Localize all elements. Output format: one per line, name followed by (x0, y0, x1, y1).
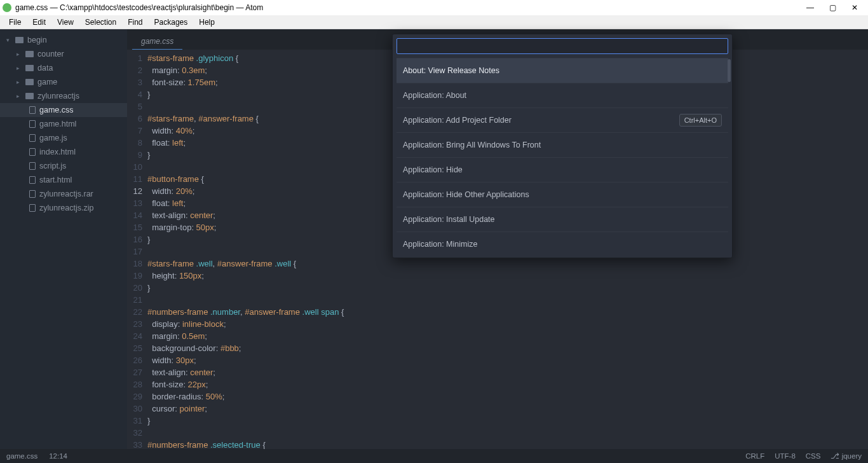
command-palette-item[interactable]: Application: Bring All Windows To Front (397, 132, 728, 157)
chevron-down-icon: ▾ (6, 37, 11, 43)
tree-file[interactable]: zylunreactjs.rar (0, 187, 127, 201)
command-palette-item-label: Application: About (403, 91, 466, 100)
tree-view[interactable]: ▾ begin ▸counter ▸data ▸game ▸zylunreact… (0, 29, 127, 449)
command-palette-item[interactable]: About: View Release Notes (397, 58, 728, 83)
tree-file-label: index.html (39, 148, 76, 156)
tree-file-label: game.css (39, 106, 74, 114)
command-palette-item[interactable]: Application: Minimize (397, 232, 728, 256)
tree-file-label: game.html (39, 120, 76, 128)
command-palette-item-label: Application: Minimize (403, 240, 477, 249)
tree-folder[interactable]: ▸counter (0, 47, 127, 61)
status-grammar[interactable]: CSS (806, 452, 821, 460)
file-icon (29, 176, 36, 184)
chevron-right-icon: ▸ (17, 79, 22, 85)
tab-label: game.css (141, 37, 173, 46)
command-palette-item[interactable]: Application: Install Update (397, 207, 728, 232)
tree-file-label: zylunreactjs.rar (39, 190, 93, 198)
status-encoding[interactable]: UTF-8 (775, 452, 796, 460)
file-icon (29, 134, 36, 142)
menu-find[interactable]: Find (123, 17, 147, 28)
window-title: game.css — C:\xampp\htdocs\testcodes\rea… (15, 3, 806, 12)
tree-folder-label: game (37, 78, 57, 86)
command-palette-item-label: Application: Hide Other Applications (403, 190, 529, 199)
tree-file[interactable]: game.js (0, 131, 127, 145)
command-palette-item-label: About: View Release Notes (403, 66, 499, 75)
menubar: File Edit View Selection Find Packages H… (0, 15, 868, 29)
folder-icon (25, 93, 34, 99)
folder-icon (25, 65, 34, 71)
tree-folder[interactable]: ▸game (0, 75, 127, 89)
tree-file-label: zylunreactjs.zip (39, 204, 93, 212)
file-icon (29, 204, 36, 212)
chevron-right-icon: ▸ (17, 51, 22, 57)
menu-file[interactable]: File (4, 17, 26, 28)
window-titlebar: game.css — C:\xampp\htdocs\testcodes\rea… (0, 0, 868, 15)
command-palette-item[interactable]: Application: Add Project FolderCtrl+Alt+… (397, 107, 728, 132)
command-palette-item-label: Application: Bring All Windows To Front (403, 141, 541, 149)
tree-file[interactable]: game.css (0, 103, 127, 117)
file-icon (29, 162, 36, 170)
scrollbar-thumb[interactable] (728, 59, 731, 82)
tree-file-label: game.js (39, 134, 67, 142)
folder-icon (25, 79, 34, 85)
tree-root-label: begin (27, 36, 47, 45)
git-branch-icon: ⎇ (831, 452, 839, 460)
command-palette-list[interactable]: About: View Release NotesApplication: Ab… (393, 58, 732, 258)
command-palette-input[interactable] (397, 38, 728, 54)
status-cursor-position[interactable]: 12:14 (49, 452, 67, 460)
menu-view[interactable]: View (52, 17, 79, 28)
file-icon (29, 120, 36, 128)
command-palette-item-label: Application: Hide (403, 165, 463, 174)
tree-file[interactable]: game.html (0, 117, 127, 131)
tree-folder-label: zylunreactjs (37, 92, 79, 100)
command-palette-item[interactable]: Application: Hide Other Applications (397, 182, 728, 207)
window-close-icon[interactable]: ✕ (851, 3, 858, 12)
menu-edit[interactable]: Edit (27, 17, 51, 28)
menu-selection[interactable]: Selection (80, 17, 121, 28)
command-palette: About: View Release NotesApplication: Ab… (392, 34, 733, 258)
tree-folder-label: data (37, 64, 53, 73)
file-icon (29, 106, 36, 114)
chevron-right-icon: ▸ (17, 93, 22, 99)
chevron-right-icon: ▸ (17, 65, 22, 71)
folder-icon (15, 37, 24, 43)
file-icon (29, 148, 36, 156)
menu-help[interactable]: Help (194, 17, 220, 28)
window-maximize-icon[interactable]: ▢ (829, 3, 836, 12)
tree-file[interactable]: script.js (0, 159, 127, 173)
tree-file[interactable]: start.html (0, 173, 127, 187)
tree-folder[interactable]: ▸zylunreactjs (0, 89, 127, 103)
tree-folder[interactable]: ▸data (0, 61, 127, 75)
command-palette-item-label: Application: Add Project Folder (403, 116, 512, 125)
window-minimize-icon[interactable]: — (806, 3, 814, 12)
status-bar: game.css 12:14 CRLF UTF-8 CSS ⎇ jquery (0, 449, 868, 463)
command-palette-item[interactable]: Application: About (397, 83, 728, 107)
tree-file[interactable]: zylunreactjs.zip (0, 201, 127, 215)
tree-file-label: start.html (39, 176, 72, 184)
command-palette-item[interactable]: Application: Hide (397, 157, 728, 182)
status-eol[interactable]: CRLF (745, 452, 764, 460)
tree-folder-label: counter (37, 50, 64, 59)
tab-game-css[interactable]: game.css (132, 33, 182, 50)
file-icon (29, 190, 36, 198)
status-file[interactable]: game.css (6, 452, 37, 460)
atom-app-icon (3, 3, 11, 12)
keyboard-shortcut: Ctrl+Alt+O (679, 114, 722, 127)
tree-file-label: script.js (39, 162, 66, 170)
menu-packages[interactable]: Packages (149, 17, 193, 28)
tree-root-folder[interactable]: ▾ begin (0, 33, 127, 47)
tree-file[interactable]: index.html (0, 145, 127, 159)
folder-icon (25, 51, 34, 57)
command-palette-item-label: Application: Install Update (403, 215, 495, 224)
status-git-branch[interactable]: ⎇ jquery (831, 452, 862, 460)
gutter: 1234567891011121314151617181920212223242… (127, 50, 147, 449)
